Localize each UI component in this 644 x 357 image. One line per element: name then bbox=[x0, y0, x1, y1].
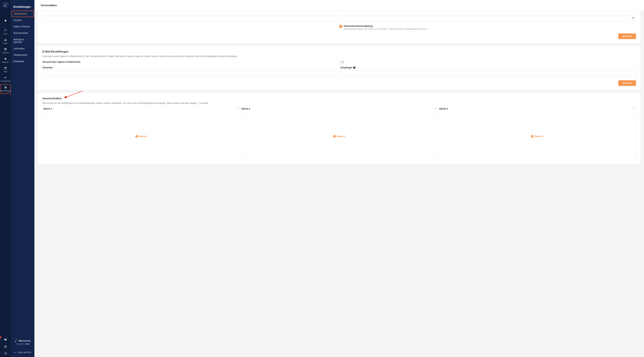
recipient-label-text: Empfänger bbox=[340, 66, 352, 69]
brand-text: MeinVerein bbox=[18, 340, 31, 342]
save-label: Speichern bbox=[622, 35, 632, 37]
recipient-input[interactable] bbox=[340, 70, 636, 77]
rail-label: Finanzen bbox=[0, 52, 11, 54]
rail-label: Orga bbox=[0, 71, 11, 72]
rail-label: Listen bbox=[0, 42, 11, 44]
level-header-3: Ebene 3 bbox=[439, 107, 448, 110]
collapse-label: EINKLAPPEN bbox=[18, 352, 32, 354]
sidebar-item-nummernkreis[interactable]: Nummernkreis bbox=[11, 30, 34, 36]
sender-label-text: Absender bbox=[42, 66, 53, 69]
kleinunternehmer-checkbox-row: Kleinunternehmerregelung Als Kleinuntern… bbox=[339, 25, 636, 30]
bell-icon bbox=[0, 19, 11, 23]
primary-rail: Start Listen Finanzen Spenden Orga Verei… bbox=[0, 0, 11, 357]
add-level-2[interactable]: +Ebene 2 bbox=[333, 135, 345, 138]
rail-listen[interactable]: Listen bbox=[0, 37, 11, 46]
sidebar-item-label: Briefpapier bbox=[14, 60, 24, 63]
rail-spenden[interactable]: Spenden bbox=[0, 55, 11, 65]
chevrons-left-icon bbox=[14, 351, 16, 354]
kleinunternehmer-checkbox[interactable] bbox=[339, 25, 342, 28]
level-column-3: +Ebene 3 bbox=[438, 113, 636, 160]
content: Kleinunternehmerregelung Als Kleinuntern… bbox=[34, 11, 644, 357]
sidebar-item-label: Leistungen bbox=[14, 47, 24, 50]
sidebar-item-beitraege[interactable]: Beiträge & Spenden bbox=[11, 36, 34, 45]
sidebar-item-account[interactable]: Account bbox=[11, 17, 34, 23]
edit-level-1[interactable] bbox=[237, 107, 239, 110]
input-left[interactable] bbox=[42, 15, 338, 22]
save-button[interactable]: Speichern bbox=[618, 80, 636, 86]
sidebar-item-label: Beiträge & Spenden bbox=[14, 38, 24, 43]
sidebar-item-label: Account bbox=[14, 19, 22, 21]
sidebar-item-textbausteine[interactable]: Textbausteine bbox=[11, 52, 34, 58]
svg-line-3 bbox=[66, 91, 82, 97]
bank-icon bbox=[0, 48, 11, 51]
own-email-toggle[interactable] bbox=[339, 61, 344, 63]
sidebar-item-label: Vereinsdaten bbox=[14, 12, 27, 15]
sidebar-item-vereinsdaten[interactable]: Vereinsdaten bbox=[12, 10, 34, 17]
app-logo[interactable] bbox=[2, 1, 9, 8]
level-column-1: +Ebene 1 bbox=[42, 113, 240, 160]
megaphone-icon bbox=[0, 76, 11, 79]
powered-prefix: Powered by bbox=[16, 343, 25, 345]
rail-finanzen[interactable]: Finanzen bbox=[0, 46, 11, 55]
rail-messages[interactable]: 5 bbox=[0, 338, 11, 342]
powered-brand: :buhl bbox=[25, 343, 30, 345]
email-section-title: E-Mail-Einstellungen bbox=[42, 50, 636, 53]
level-column-2: +Ebene 2 bbox=[240, 113, 438, 160]
calendar-picker-icon[interactable] bbox=[632, 17, 634, 20]
plus-circle-icon: + bbox=[136, 135, 138, 138]
rail-info[interactable] bbox=[0, 345, 11, 349]
sidebar-title: Einstellungen bbox=[11, 0, 34, 10]
add-level-label: Ebene 2 bbox=[336, 135, 345, 138]
checkbox-subtitle: Als Kleinunternehmern im Sinne von § 19 … bbox=[344, 28, 428, 30]
rail-label: Start bbox=[0, 33, 11, 35]
recipient-label: Empfänger i bbox=[340, 66, 636, 69]
sender-label: Absender bbox=[42, 66, 338, 69]
secondary-sidebar: Einstellungen Vereinsdaten Account Rolle… bbox=[11, 0, 34, 357]
people-icon bbox=[0, 38, 11, 41]
page-title: Vereinsdaten bbox=[34, 0, 644, 11]
brand-logo-icon bbox=[14, 339, 18, 342]
collapse-button[interactable]: EINKLAPPEN bbox=[11, 350, 34, 355]
rail-bell[interactable] bbox=[0, 18, 11, 24]
badge-count: 5 bbox=[0, 336, 1, 339]
powered-by: Powered by :buhl bbox=[11, 343, 34, 345]
level-header-2: Ebene 2 bbox=[242, 107, 250, 110]
email-settings-card: E-Mail-Einstellungen Verknüpfe einen eig… bbox=[38, 46, 640, 90]
rail-logout[interactable] bbox=[0, 351, 11, 356]
sidebar-item-rollen[interactable]: Rollen & Rechte bbox=[11, 23, 34, 30]
rail-einstellungen[interactable]: Einstellungen bbox=[0, 84, 11, 94]
toggle-knob bbox=[340, 61, 342, 63]
edit-level-2[interactable] bbox=[435, 107, 437, 110]
rail-label: Spenden bbox=[0, 61, 11, 63]
sidebar-item-leistungen[interactable]: Leistungen bbox=[11, 45, 34, 52]
structure-title: Vereinsstruktur bbox=[42, 97, 636, 100]
sidebar-item-label: Textbausteine bbox=[14, 54, 28, 56]
add-level-label: Ebene 3 bbox=[534, 135, 543, 138]
toggle-label: Versand über eigenes E-Mail-Konto bbox=[42, 61, 80, 63]
info-icon bbox=[4, 345, 7, 348]
rail-vereinsportal[interactable]: Vereinsportal bbox=[0, 74, 11, 84]
input-right-date[interactable] bbox=[340, 15, 636, 22]
main: Vereinsdaten Kleinunternehmerregelung Al… bbox=[34, 0, 644, 357]
brand: MeinVerein bbox=[11, 339, 34, 342]
plus-circle-icon: + bbox=[333, 135, 336, 138]
structure-card: Vereinsstruktur Hier kannst du die Abtei… bbox=[38, 93, 640, 164]
rail-start[interactable]: Start bbox=[0, 27, 11, 37]
add-level-3[interactable]: +Ebene 3 bbox=[531, 135, 543, 138]
sender-input[interactable] bbox=[42, 70, 338, 77]
save-label: Speichern bbox=[622, 82, 632, 84]
plus-circle-icon: + bbox=[531, 135, 534, 138]
rail-orga[interactable]: Orga bbox=[0, 65, 11, 74]
hands-heart-icon bbox=[0, 57, 11, 60]
email-section-desc: Verknüpfe einen eigenen E-Mail-Server fü… bbox=[42, 55, 636, 58]
add-level-label: Ebene 1 bbox=[139, 135, 148, 138]
level-header-1: Ebene 1 bbox=[44, 107, 52, 110]
rail-label: Einstellungen bbox=[0, 90, 10, 92]
svg-rect-2 bbox=[5, 346, 6, 346]
info-icon[interactable]: i bbox=[353, 66, 356, 69]
save-button[interactable]: Speichern bbox=[618, 33, 636, 39]
edit-level-3[interactable] bbox=[633, 107, 635, 110]
add-level-1[interactable]: +Ebene 1 bbox=[136, 135, 148, 138]
sidebar-item-briefpapier[interactable]: Briefpapier bbox=[11, 58, 34, 65]
calendar-icon bbox=[0, 66, 11, 70]
